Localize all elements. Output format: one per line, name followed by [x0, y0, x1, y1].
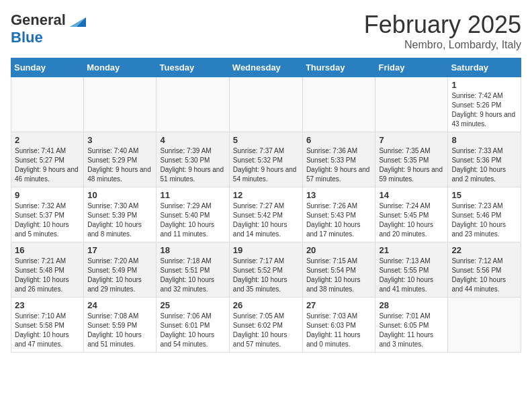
header: General Blue February 2025 Nembro, Lomba… [11, 11, 521, 51]
day-number: 10 [87, 190, 152, 200]
weekday-header-sunday: Sunday [11, 58, 84, 77]
calendar-cell: 27Sunrise: 7:03 AM Sunset: 6:03 PM Dayli… [302, 298, 375, 353]
calendar-cell: 3Sunrise: 7:40 AM Sunset: 5:29 PM Daylig… [84, 132, 157, 187]
logo-blue-text: Blue [11, 29, 43, 46]
calendar-cell: 13Sunrise: 7:26 AM Sunset: 5:43 PM Dayli… [302, 187, 375, 242]
calendar-cell: 5Sunrise: 7:37 AM Sunset: 5:32 PM Daylig… [229, 132, 302, 187]
week-row-0: 1Sunrise: 7:42 AM Sunset: 5:26 PM Daylig… [11, 77, 521, 132]
calendar-cell: 17Sunrise: 7:20 AM Sunset: 5:49 PM Dayli… [84, 242, 157, 298]
day-number: 27 [306, 300, 372, 310]
day-info: Sunrise: 7:23 AM Sunset: 5:46 PM Dayligh… [451, 201, 517, 239]
day-info: Sunrise: 7:26 AM Sunset: 5:43 PM Dayligh… [306, 201, 372, 239]
calendar-cell [11, 77, 84, 132]
week-row-4: 23Sunrise: 7:10 AM Sunset: 5:58 PM Dayli… [11, 298, 521, 353]
logo: General Blue [11, 11, 86, 46]
day-number: 21 [379, 245, 444, 255]
calendar-cell: 19Sunrise: 7:17 AM Sunset: 5:52 PM Dayli… [229, 242, 302, 298]
day-number: 24 [87, 300, 152, 310]
month-title: February 2025 [364, 11, 521, 39]
day-number: 11 [160, 190, 225, 200]
day-number: 12 [233, 190, 299, 200]
day-info: Sunrise: 7:13 AM Sunset: 5:55 PM Dayligh… [379, 257, 444, 294]
calendar-cell: 25Sunrise: 7:06 AM Sunset: 6:01 PM Dayli… [157, 298, 229, 353]
calendar-cell: 11Sunrise: 7:29 AM Sunset: 5:40 PM Dayli… [157, 187, 229, 242]
day-info: Sunrise: 7:03 AM Sunset: 6:03 PM Dayligh… [306, 312, 372, 349]
day-number: 14 [379, 190, 444, 200]
day-number: 6 [306, 135, 372, 145]
day-number: 25 [160, 300, 225, 310]
calendar-cell [157, 77, 229, 132]
day-number: 7 [379, 135, 444, 145]
week-row-3: 16Sunrise: 7:21 AM Sunset: 5:48 PM Dayli… [11, 242, 521, 298]
calendar-cell: 18Sunrise: 7:18 AM Sunset: 5:51 PM Dayli… [157, 242, 229, 298]
day-info: Sunrise: 7:15 AM Sunset: 5:54 PM Dayligh… [306, 257, 372, 294]
calendar-cell: 10Sunrise: 7:30 AM Sunset: 5:39 PM Dayli… [84, 187, 157, 242]
day-info: Sunrise: 7:06 AM Sunset: 6:01 PM Dayligh… [160, 312, 225, 349]
calendar-cell: 14Sunrise: 7:24 AM Sunset: 5:45 PM Dayli… [375, 187, 448, 242]
day-info: Sunrise: 7:39 AM Sunset: 5:30 PM Dayligh… [160, 146, 225, 184]
day-number: 26 [233, 300, 299, 310]
title-block: February 2025 Nembro, Lombardy, Italy [364, 11, 521, 51]
week-row-1: 2Sunrise: 7:41 AM Sunset: 5:27 PM Daylig… [11, 132, 521, 187]
calendar-cell: 22Sunrise: 7:12 AM Sunset: 5:56 PM Dayli… [448, 242, 521, 298]
day-info: Sunrise: 7:33 AM Sunset: 5:36 PM Dayligh… [451, 146, 517, 184]
day-info: Sunrise: 7:29 AM Sunset: 5:40 PM Dayligh… [160, 201, 225, 239]
day-info: Sunrise: 7:21 AM Sunset: 5:48 PM Dayligh… [15, 257, 80, 294]
day-number: 23 [15, 300, 80, 310]
calendar-cell: 23Sunrise: 7:10 AM Sunset: 5:58 PM Dayli… [11, 298, 84, 353]
calendar-cell: 28Sunrise: 7:01 AM Sunset: 6:05 PM Dayli… [375, 298, 448, 353]
weekday-header-friday: Friday [375, 58, 448, 77]
day-info: Sunrise: 7:24 AM Sunset: 5:45 PM Dayligh… [379, 201, 444, 239]
day-info: Sunrise: 7:41 AM Sunset: 5:27 PM Dayligh… [15, 146, 80, 184]
day-info: Sunrise: 7:18 AM Sunset: 5:51 PM Dayligh… [160, 257, 225, 294]
weekday-header-monday: Monday [84, 58, 157, 77]
day-number: 8 [451, 135, 517, 145]
day-number: 5 [233, 135, 299, 145]
calendar-cell [84, 77, 157, 132]
calendar-cell: 16Sunrise: 7:21 AM Sunset: 5:48 PM Dayli… [11, 242, 84, 298]
calendar-cell [229, 77, 302, 132]
calendar-cell: 7Sunrise: 7:35 AM Sunset: 5:35 PM Daylig… [375, 132, 448, 187]
day-info: Sunrise: 7:42 AM Sunset: 5:26 PM Dayligh… [451, 91, 517, 129]
day-info: Sunrise: 7:08 AM Sunset: 5:59 PM Dayligh… [87, 312, 152, 349]
day-number: 17 [87, 245, 152, 255]
day-info: Sunrise: 7:20 AM Sunset: 5:49 PM Dayligh… [87, 257, 152, 294]
calendar-cell: 21Sunrise: 7:13 AM Sunset: 5:55 PM Dayli… [375, 242, 448, 298]
calendar-cell: 20Sunrise: 7:15 AM Sunset: 5:54 PM Dayli… [302, 242, 375, 298]
day-info: Sunrise: 7:05 AM Sunset: 6:02 PM Dayligh… [233, 312, 299, 349]
day-number: 18 [160, 245, 225, 255]
day-number: 20 [306, 245, 372, 255]
day-number: 28 [379, 300, 444, 310]
day-number: 1 [451, 80, 517, 90]
day-info: Sunrise: 7:32 AM Sunset: 5:37 PM Dayligh… [15, 201, 80, 239]
day-number: 15 [451, 190, 517, 200]
calendar-table: SundayMondayTuesdayWednesdayThursdayFrid… [11, 58, 521, 353]
day-number: 16 [15, 245, 80, 255]
calendar-cell: 12Sunrise: 7:27 AM Sunset: 5:42 PM Dayli… [229, 187, 302, 242]
calendar-cell: 2Sunrise: 7:41 AM Sunset: 5:27 PM Daylig… [11, 132, 84, 187]
day-number: 19 [233, 245, 299, 255]
calendar-cell [448, 298, 521, 353]
day-info: Sunrise: 7:37 AM Sunset: 5:32 PM Dayligh… [233, 146, 299, 184]
calendar-cell: 1Sunrise: 7:42 AM Sunset: 5:26 PM Daylig… [448, 77, 521, 132]
calendar-cell: 8Sunrise: 7:33 AM Sunset: 5:36 PM Daylig… [448, 132, 521, 187]
day-info: Sunrise: 7:01 AM Sunset: 6:05 PM Dayligh… [379, 312, 444, 349]
logo-icon [67, 11, 86, 30]
location: Nembro, Lombardy, Italy [364, 39, 521, 51]
calendar-cell: 4Sunrise: 7:39 AM Sunset: 5:30 PM Daylig… [157, 132, 229, 187]
day-info: Sunrise: 7:40 AM Sunset: 5:29 PM Dayligh… [87, 146, 152, 184]
day-info: Sunrise: 7:27 AM Sunset: 5:42 PM Dayligh… [233, 201, 299, 239]
day-info: Sunrise: 7:10 AM Sunset: 5:58 PM Dayligh… [15, 312, 80, 349]
calendar-cell [375, 77, 448, 132]
calendar-cell: 15Sunrise: 7:23 AM Sunset: 5:46 PM Dayli… [448, 187, 521, 242]
day-number: 22 [451, 245, 517, 255]
page: General Blue February 2025 Nembro, Lomba… [0, 0, 532, 363]
calendar-cell [302, 77, 375, 132]
calendar-cell: 26Sunrise: 7:05 AM Sunset: 6:02 PM Dayli… [229, 298, 302, 353]
calendar-cell: 6Sunrise: 7:36 AM Sunset: 5:33 PM Daylig… [302, 132, 375, 187]
day-info: Sunrise: 7:17 AM Sunset: 5:52 PM Dayligh… [233, 257, 299, 294]
weekday-header-wednesday: Wednesday [229, 58, 302, 77]
day-number: 13 [306, 190, 372, 200]
week-row-2: 9Sunrise: 7:32 AM Sunset: 5:37 PM Daylig… [11, 187, 521, 242]
day-number: 3 [87, 135, 152, 145]
